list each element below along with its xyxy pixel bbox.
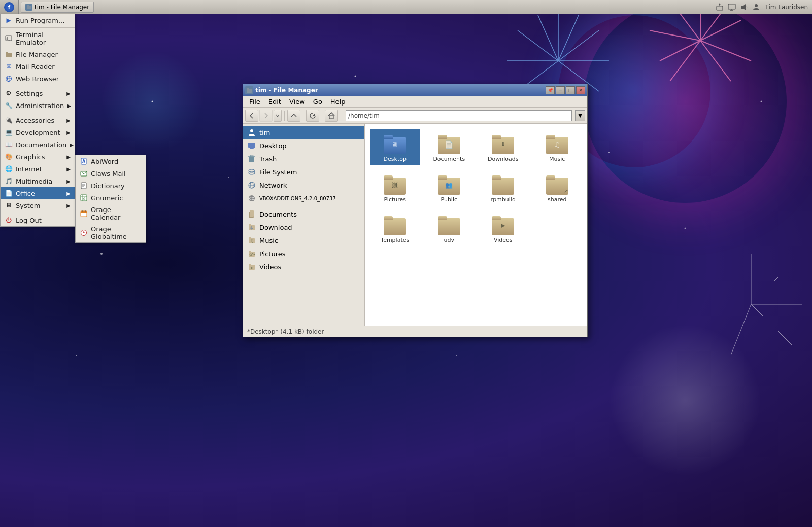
menu-multimedia[interactable]: 🎵 Multimedia ▶ [1,175,75,187]
sidebar-item-videos[interactable]: Videos [243,260,364,273]
orage-globaltime-icon [80,229,88,237]
menu-office[interactable]: 📄 Office ▶ [1,187,75,199]
svg-rect-75 [247,88,249,90]
fm-up-btn[interactable] [287,110,300,122]
sidebar-item-filesystem[interactable]: File System [243,165,364,179]
fm-back-btn[interactable] [245,110,258,122]
fm-body: tim Desktop Trash File Sys [243,124,587,326]
menu-documentation[interactable]: 📖 Documentation ▶ [1,138,75,151]
fm-close-btn[interactable]: ✕ [576,86,585,94]
file-manager-window: tim - File Manager 📌 ─ □ ✕ File Edit Vie… [243,84,588,337]
accessories-icon: 🔌 [5,116,13,124]
graphics-arrow: ▶ [66,154,71,160]
fm-menu-help[interactable]: Help [326,97,350,107]
fm-menu-go[interactable]: Go [309,97,326,107]
web-browser-icon [5,75,13,83]
sidebar-item-documents[interactable]: Documents [243,207,364,221]
menu-mail-reader[interactable]: ✉ Mail Reader [1,60,75,73]
menu-office-label: Office [16,190,35,197]
gnumeric-label: Gnumeric [91,194,123,202]
submenu-orage-calendar[interactable]: Orage Calendar [76,204,146,223]
sidebar-network-icon [247,181,256,190]
fm-menu-view[interactable]: View [285,97,309,107]
fm-item-pictures[interactable]: 🖼 Pictures [370,169,420,206]
fm-item-music[interactable]: ♫ Music [532,129,583,165]
menu-accessories[interactable]: 🔌 Accessories ▶ [1,114,75,126]
file-manager-menu-icon [5,50,13,58]
sidebar-item-desktop[interactable]: Desktop [243,139,364,152]
sidebar-tim-icon [247,128,256,137]
fm-menu-edit[interactable]: Edit [264,97,285,107]
fm-path-dropdown[interactable]: ▼ [575,110,585,121]
fm-maximize-btn[interactable]: □ [566,86,575,94]
run-program-icon: ▶ [5,16,13,24]
fm-item-rpmbuild[interactable]: rpmbuild [478,169,528,206]
menu-settings[interactable]: ⚙ Settings ▶ [1,87,75,99]
sidebar-filesystem-label: File System [259,168,297,176]
fm-path-bar[interactable]: /home/tim [346,110,572,121]
submenu-orage-globaltime[interactable]: Orage Globaltime [76,223,146,242]
menu-system-label: System [16,202,40,209]
fm-item-shared[interactable]: ↗ shared [532,169,583,206]
submenu-claws-mail[interactable]: Claws Mail [76,167,146,180]
tray-network-icon[interactable] [715,3,724,12]
fm-item-documents[interactable]: 📄 Documents [424,129,475,165]
firework-teal [101,51,203,152]
fm-menu-file[interactable]: File [245,97,264,107]
submenu-gnumeric[interactable]: G Gnumeric [76,192,146,204]
system-icon: 🖥 [5,201,13,209]
fm-item-public[interactable]: 👥 Public [424,169,475,206]
menu-internet[interactable]: 🌐 Internet ▶ [1,163,75,175]
fm-item-templates[interactable]: Templates [370,210,420,247]
fm-minimize-btn[interactable]: ─ [556,86,565,94]
sidebar-item-network[interactable]: Network [243,179,364,192]
start-button[interactable]: f [0,0,19,14]
fm-home-btn[interactable] [325,110,338,122]
sidebar-item-tim[interactable]: tim [243,126,364,139]
svg-rect-100 [249,251,251,253]
fm-item-downloads[interactable]: ⬇ Downloads [478,129,528,165]
menu-run-program[interactable]: ▶ Run Program... [1,14,75,26]
svg-line-18 [751,264,792,304]
taskbar-file-manager-btn[interactable]: tim - File Manager [21,2,94,13]
sidebar-item-vbox[interactable]: CD VBOXADDITIONS_4.2.0_80737 [243,192,364,205]
menu-administration[interactable]: 🔧 Administration ▶ [1,99,75,112]
fm-sidebar: tim Desktop Trash File Sys [243,124,365,326]
menu-system[interactable]: 🖥 System ▶ [1,199,75,212]
menu-web-browser[interactable]: Web Browser [1,73,75,85]
videos-folder-icon: ▶ [491,213,515,235]
fm-forward-btn[interactable] [259,110,273,122]
fm-item-videos[interactable]: ▶ Videos [478,210,528,247]
sidebar-item-pictures[interactable]: Pictures [243,247,364,260]
fm-item-udv[interactable]: udv [424,210,475,247]
sidebar-item-trash[interactable]: Trash [243,152,364,165]
menu-development[interactable]: 💻 Development ▶ [1,126,75,138]
taskbar-window-label: tim - File Manager [35,4,89,11]
sidebar-download-icon [247,223,256,232]
tray-display-icon[interactable] [727,3,736,12]
menu-graphics[interactable]: 🎨 Graphics ▶ [1,151,75,163]
sidebar-item-music[interactable]: ♫ Music [243,234,364,247]
fm-menubar: File Edit View Go Help [243,96,587,108]
menu-file-manager[interactable]: File Manager [1,48,75,60]
tray-user-icon[interactable] [752,3,761,12]
fm-pin-btn[interactable]: 📌 [546,86,555,94]
sidebar-pictures-icon [247,249,256,258]
fm-item-desktop[interactable]: 🖥 Desktop [370,129,420,165]
fm-back-dropdown[interactable] [274,110,282,122]
menu-web-browser-label: Web Browser [16,75,59,83]
menu-terminal-label: Terminal Emulator [16,31,71,46]
sidebar-item-download[interactable]: Download [243,221,364,234]
menu-log-out[interactable]: ⏻ Log Out [1,214,75,226]
gnumeric-icon: G [80,194,88,202]
svg-rect-103 [249,264,251,266]
fm-refresh-btn[interactable] [306,110,319,122]
claws-mail-label: Claws Mail [91,170,126,178]
submenu-abiword[interactable]: A AbiWord [76,155,146,167]
submenu-dictionary[interactable]: Dictionary [76,180,146,192]
fm-title-icon [245,86,253,94]
tray-audio-icon[interactable]: ) [739,3,749,12]
desktop-folder-label: Desktop [384,156,407,162]
settings-arrow: ▶ [66,91,71,96]
menu-terminal[interactable]: $_ Terminal Emulator [1,29,75,48]
